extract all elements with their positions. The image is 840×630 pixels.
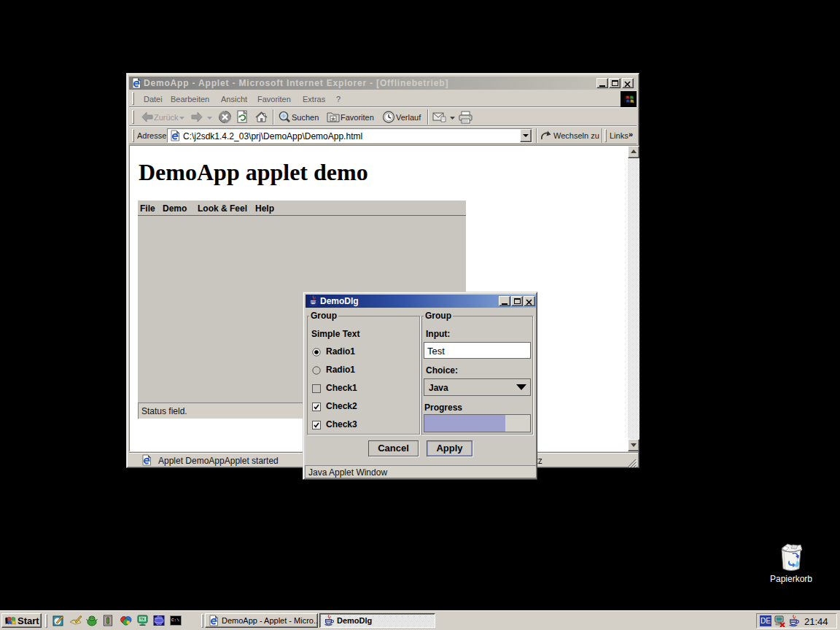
svg-text:TX: TX [140, 617, 145, 621]
svg-text:C:\: C:\ [171, 618, 179, 623]
